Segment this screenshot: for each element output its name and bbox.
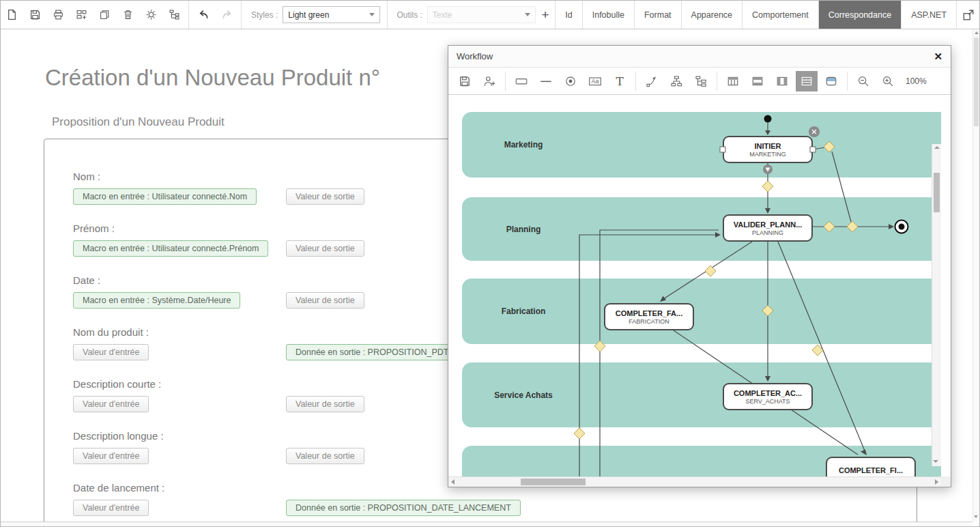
tools-input[interactable] [433,10,521,20]
maximize-button[interactable] [956,1,979,29]
scroll-down-arrow[interactable] [974,515,978,518]
mapping-button[interactable]: Valeur de sortie [286,240,364,257]
text-tool-icon: T [614,75,626,87]
styles-select[interactable]: Light green [283,6,379,23]
tools-combo[interactable] [427,6,536,23]
wf-add-actor-button[interactable] [478,71,500,91]
toolbar-divider [241,1,242,29]
scroll-up-arrow[interactable] [934,146,940,149]
undo-button[interactable] [192,1,215,29]
wf-line-tool-button[interactable] [535,71,557,91]
mapping-button[interactable]: Valeur de sortie [286,448,364,464]
tree-view-icon [169,9,180,20]
wf-zoom-out-button[interactable] [852,71,874,91]
selection-adornments [448,95,941,476]
settings-button[interactable] [139,1,162,29]
scroll-right-arrow[interactable] [935,479,938,485]
gear-icon [145,9,157,20]
tree-view-button[interactable] [162,1,186,29]
mapping-button[interactable]: Valeur d'entrée [73,396,149,412]
mapping-button[interactable]: Valeur de sortie [286,188,364,205]
main-horizontal-scrollbar[interactable] [1,522,972,526]
workflow-dialog: Workflow ✕ Aa T [448,45,951,487]
mapping-button[interactable]: Macro en entrée : Utilisateur connecté.P… [73,240,268,257]
delete-button[interactable] [117,1,140,29]
styles-label: Styles : [251,10,278,20]
tab-aspnet[interactable]: ASP.NET [901,1,956,29]
tab-id[interactable]: Id [555,1,581,29]
scrollbar-thumb[interactable] [521,479,586,485]
wf-connector-tool-button[interactable] [641,71,663,91]
toolbar-divider [847,72,848,91]
print-button[interactable] [47,1,70,29]
workflow-canvas[interactable]: Marketing Planning Fabrication Service A… [448,95,941,476]
workflow-vertical-scrollbar[interactable] [932,144,941,466]
mapping-button[interactable]: Valeur de sortie [286,292,364,309]
scroll-left-arrow[interactable] [451,479,455,485]
tab-correspondance[interactable]: Correspondance [818,1,901,29]
chevron-down-icon [525,13,530,16]
zoom-out-icon [857,75,869,87]
mapping-button[interactable]: Valeur d'entrée [73,448,149,464]
redo-button[interactable] [215,1,238,29]
wf-list-view-tool-button[interactable] [796,71,818,91]
wf-table-rows-tool-button[interactable] [747,71,768,91]
workflow-dialog-titlebar[interactable]: Workflow ✕ [448,46,951,68]
hierarchy-icon [670,75,682,87]
scrollbar-thumb[interactable] [974,38,979,126]
form-fields-icon [76,9,87,20]
toolbar-divider [635,72,636,91]
table-rows-icon [751,75,764,87]
main-vertical-scrollbar[interactable] [972,29,979,522]
wf-table-columns-tool-button[interactable] [771,71,793,91]
mapping-button[interactable]: Donnée en sortie : PROPOSITION_DATE_LANC… [286,500,521,516]
tab-format[interactable]: Format [634,1,681,29]
wf-org-tree-tool-button[interactable] [690,71,712,91]
tab-apparence[interactable]: Apparence [681,1,742,29]
svg-text:T: T [616,75,624,87]
selection-handle[interactable] [720,147,725,152]
workflow-horizontal-scrollbar[interactable] [448,476,941,487]
mapping-button[interactable]: Macro en entrée : Utilisateur connecté.N… [73,188,257,205]
radio-button-icon [564,75,577,87]
toolbar-divider [505,72,506,91]
wf-radio-tool-button[interactable] [560,71,581,91]
scroll-up-arrow[interactable] [975,31,979,34]
selection-handle[interactable] [810,147,816,152]
tab-comportement[interactable]: Comportement [742,1,818,29]
delete-icon [122,9,134,20]
redo-icon [220,9,233,20]
wf-rectangle-tool-button[interactable] [510,71,532,91]
wf-table-header-tool-button[interactable] [722,71,744,91]
wf-text-tool-button[interactable]: T [609,71,631,91]
new-document-icon [6,9,18,20]
app-window: Styles : Light green Outils : + Id Infob… [0,0,980,527]
tab-infobulle[interactable]: Infobulle [582,1,634,29]
new-document-button[interactable] [1,1,24,29]
mapping-button[interactable]: Macro en entrée : Système.Date/Heure [73,292,240,309]
copy-button[interactable] [93,1,117,29]
mapping-button[interactable]: Valeur d'entrée [73,344,149,360]
label-tool-icon: Aa [588,75,602,87]
scrollbar-thumb[interactable] [934,173,940,212]
form-fields-button[interactable] [70,1,93,29]
scroll-down-arrow[interactable] [933,460,938,463]
add-tool-button[interactable]: + [536,1,555,29]
close-button[interactable]: ✕ [934,51,942,61]
add-person-icon [483,75,495,87]
table-columns-icon [776,75,788,87]
print-icon [53,9,64,20]
rectangle-tool-icon [515,75,528,87]
wf-pane-tool-button[interactable] [820,71,842,91]
wf-hierarchy-tool-button[interactable] [665,71,687,91]
wf-save-button[interactable] [454,71,476,91]
mapping-button[interactable]: Valeur de sortie [286,396,364,412]
mapping-button[interactable]: Donnée en sortie : PROPOSITION_PDT [286,344,458,360]
toolbar-divider [717,72,717,91]
wf-label-tool-button[interactable]: Aa [584,71,606,91]
wf-zoom-in-button[interactable] [877,71,899,91]
workflow-toolbar: Aa T [448,68,951,95]
save-button[interactable] [24,1,47,29]
mapping-button[interactable]: Valeur d'entrée [73,500,149,516]
copy-icon [99,9,111,20]
